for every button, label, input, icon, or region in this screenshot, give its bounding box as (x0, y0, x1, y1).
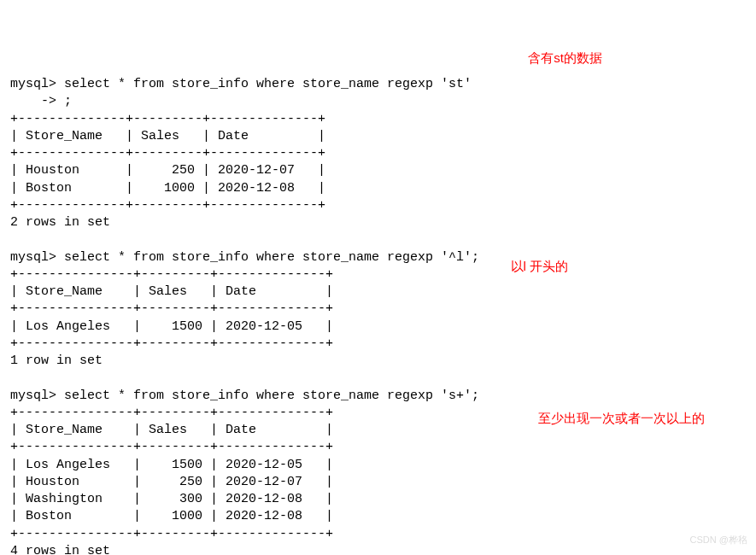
q3-header: | Store_Name | Sales | Date | (10, 423, 333, 437)
annotation-2: 以l 开头的 (511, 258, 569, 275)
q1-sep-top: +--------------+---------+--------------… (10, 112, 325, 126)
q2-header: | Store_Name | Sales | Date | (10, 284, 333, 299)
q3-sql: select * from store_info where store_nam… (64, 388, 479, 403)
q2-sep-mid: +---------------+---------+-------------… (10, 301, 333, 316)
q2-prompt: mysql> (10, 250, 56, 265)
q1-sep-bot: +--------------+---------+--------------… (10, 198, 325, 213)
q3-row-0: | Los Angeles | 1500 | 2020-12-05 | (10, 458, 333, 472)
q2-sep-bot: +---------------+---------+-------------… (10, 336, 333, 351)
annotation-3: 至少出现一次或者一次以上的 (538, 410, 705, 427)
q3-sep-bot: +---------------+---------+-------------… (10, 527, 333, 541)
q3-sep-top: +---------------+---------+-------------… (10, 406, 333, 420)
q1-cont: -> (10, 94, 56, 108)
annotation-1: 含有st的数据 (528, 50, 602, 67)
q3-summary: 4 rows in set (10, 544, 110, 555)
q3-prompt: mysql> (10, 388, 56, 403)
q1-summary: 2 rows in set (10, 215, 110, 230)
q2-row-0: | Los Angeles | 1500 | 2020-12-05 | (10, 319, 333, 334)
q1-row-0: | Houston | 250 | 2020-12-07 | (10, 163, 325, 178)
q2-sql: select * from store_info where store_nam… (64, 250, 479, 265)
watermark: CSDN @桦䅂 (690, 534, 747, 546)
q3-sep-mid: +---------------+---------+-------------… (10, 440, 333, 454)
q1-row-1: | Boston | 1000 | 2020-12-08 | (10, 181, 325, 196)
q3-row-3: | Boston | 1000 | 2020-12-08 | (10, 509, 333, 523)
q3-row-2: | Washington | 300 | 2020-12-08 | (10, 492, 333, 506)
q1-sql: select * from store_info where store_nam… (64, 77, 472, 91)
q1-prompt: mysql> (10, 77, 56, 91)
terminal-output: mysql> select * from store_info where st… (10, 76, 746, 555)
q1-header: | Store_Name | Sales | Date | (10, 129, 325, 143)
q2-summary: 1 row in set (10, 353, 103, 368)
q1-tail: ; (64, 94, 72, 108)
q1-sep-mid: +--------------+---------+--------------… (10, 146, 325, 161)
q2-sep-top: +---------------+---------+-------------… (10, 267, 333, 282)
q3-row-1: | Houston | 250 | 2020-12-07 | (10, 475, 333, 489)
